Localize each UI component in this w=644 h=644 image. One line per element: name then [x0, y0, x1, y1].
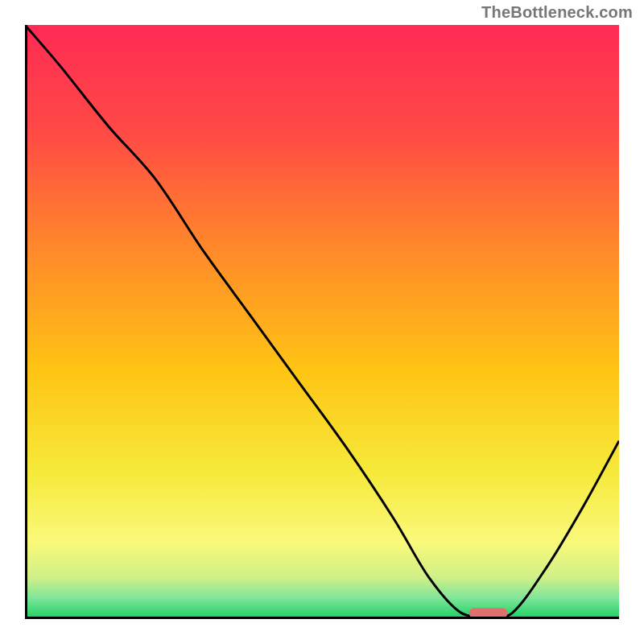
chart-axes: [25, 25, 619, 619]
watermark-text: TheBottleneck.com: [481, 3, 633, 22]
chart-container: TheBottleneck.com: [0, 0, 644, 644]
